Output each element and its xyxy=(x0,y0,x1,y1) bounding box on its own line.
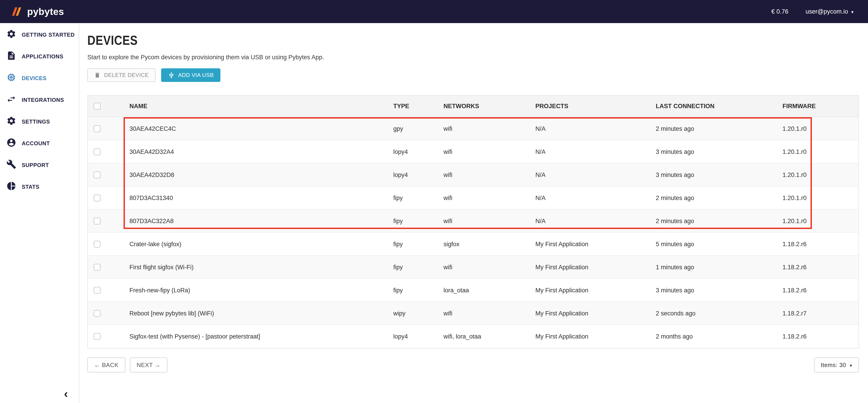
table-row[interactable]: Fresh-new-fipy (LoRa) fipy lora_otaa My … xyxy=(88,279,859,302)
row-checkbox-cell xyxy=(88,149,129,155)
items-per-page-label: Items: 30 xyxy=(821,362,846,369)
table-row[interactable]: 807D3AC31340 fipy wifi N/A 2 minutes ago… xyxy=(88,187,859,210)
collapse-sidebar-button[interactable]: ‹ xyxy=(64,388,68,399)
pybytes-logo[interactable]: pybytes xyxy=(11,6,64,17)
row-checkbox[interactable] xyxy=(94,172,100,178)
device-name: 30AEA42D32A4 xyxy=(129,149,393,155)
device-networks: wifi xyxy=(443,310,535,317)
device-projects: My First Application xyxy=(535,287,656,294)
row-checkbox[interactable] xyxy=(94,310,100,317)
column-header-type: TYPE xyxy=(393,103,443,110)
sidebar-item-applications[interactable]: APPLICATIONS xyxy=(0,46,79,67)
device-last-connection: 2 months ago xyxy=(656,333,782,340)
device-type: fipy xyxy=(393,195,443,202)
sidebar-item-label: GETTING STARTED xyxy=(22,32,75,38)
devices-table: NAME TYPE NETWORKS PROJECTS LAST CONNECT… xyxy=(87,95,859,349)
page-title: DEVICES xyxy=(87,33,137,48)
device-type: fipy xyxy=(393,218,443,224)
pybytes-app: pybytes € 0.76 user@pycom.io ▾ GETTING S… xyxy=(0,0,868,403)
sidebar-item-settings[interactable]: SETTINGS xyxy=(0,111,79,133)
device-name: First flight sigfox (Wi-Fi) xyxy=(129,264,393,271)
device-projects: My First Application xyxy=(535,241,656,248)
device-projects: My First Application xyxy=(535,310,656,317)
device-firmware: 1.18.2.r6 xyxy=(782,333,859,340)
table-row[interactable]: Crater-lake (sigfox) fipy sigfox My Firs… xyxy=(88,233,859,256)
row-checkbox[interactable] xyxy=(94,241,100,248)
wrench-icon xyxy=(6,159,16,171)
device-projects: My First Application xyxy=(535,333,656,340)
layout: GETTING STARTED APPLICATIONS DEVICES INT… xyxy=(0,23,868,403)
sidebar-item-label: SETTINGS xyxy=(22,119,50,125)
device-networks: wifi xyxy=(443,125,535,132)
device-projects: N/A xyxy=(535,125,656,132)
back-button[interactable]: ← BACK xyxy=(87,358,125,373)
device-firmware: 1.18.2.r6 xyxy=(782,241,859,248)
gear-icon xyxy=(6,29,16,41)
pycom-chevrons-icon xyxy=(11,6,23,17)
row-checkbox[interactable] xyxy=(94,149,100,155)
chevron-down-icon: ▾ xyxy=(850,363,852,368)
row-checkbox[interactable] xyxy=(94,287,100,294)
table-row[interactable]: 807D3AC322A8 fipy wifi N/A 2 minutes ago… xyxy=(88,210,859,233)
device-networks: lora_otaa xyxy=(443,287,535,294)
row-checkbox[interactable] xyxy=(94,125,100,132)
pagination: ← BACK NEXT → Items: 30 ▾ xyxy=(87,358,859,373)
device-last-connection: 5 minutes ago xyxy=(656,241,782,248)
add-via-usb-button[interactable]: ADD VIA USB xyxy=(161,68,220,82)
table-row[interactable]: Sigfox-test (with Pysense) - [pastoor pe… xyxy=(88,325,859,348)
select-all-checkbox[interactable] xyxy=(94,103,100,110)
items-per-page-dropdown[interactable]: Items: 30 ▾ xyxy=(814,358,859,373)
row-checkbox-cell xyxy=(88,218,129,224)
device-firmware: 1.18.2.r6 xyxy=(782,264,859,271)
device-type: lopy4 xyxy=(393,149,443,155)
sidebar-item-devices[interactable]: DEVICES xyxy=(0,67,79,89)
sidebar-item-label: STATS xyxy=(22,184,39,190)
usb-icon xyxy=(168,72,175,79)
header-checkbox-cell xyxy=(88,103,129,110)
brand-name: pybytes xyxy=(27,6,64,17)
table-row[interactable]: First flight sigfox (Wi-Fi) fipy wifi My… xyxy=(88,256,859,279)
account-balance: € 0.76 xyxy=(771,8,788,15)
row-checkbox-cell xyxy=(88,241,129,248)
sidebar-item-label: DEVICES xyxy=(22,75,46,82)
device-firmware: 1.18.2.r6 xyxy=(782,287,859,294)
device-name: 807D3AC322A8 xyxy=(129,218,393,224)
row-checkbox-cell xyxy=(88,125,129,132)
next-button[interactable]: NEXT → xyxy=(130,358,167,373)
row-checkbox[interactable] xyxy=(94,218,100,224)
table-row[interactable]: 30AEA42CEC4C gpy wifi N/A 2 minutes ago … xyxy=(88,118,859,141)
table-row[interactable]: 30AEA42D32A4 lopy4 wifi N/A 3 minutes ag… xyxy=(88,141,859,164)
row-checkbox[interactable] xyxy=(94,264,100,271)
table-row[interactable]: Reboot [new pybytes lib] (WiFi) wipy wif… xyxy=(88,302,859,325)
table-header-row: NAME TYPE NETWORKS PROJECTS LAST CONNECT… xyxy=(88,96,859,118)
chevron-down-icon: ▾ xyxy=(851,9,854,14)
device-firmware: 1.18.2.r7 xyxy=(782,310,859,317)
device-name: 807D3AC31340 xyxy=(129,195,393,202)
device-networks: wifi xyxy=(443,172,535,178)
pagination-buttons: ← BACK NEXT → xyxy=(87,358,167,373)
device-name: Sigfox-test (with Pysense) - [pastoor pe… xyxy=(129,333,393,340)
main-content: DEVICES Start to explore the Pycom devic… xyxy=(79,23,868,403)
sidebar-item-getting-started[interactable]: GETTING STARTED xyxy=(0,24,79,46)
sidebar-item-support[interactable]: SUPPORT xyxy=(0,154,79,176)
sidebar-item-label: ACCOUNT xyxy=(22,140,50,147)
sidebar-item-integrations[interactable]: INTEGRATIONS xyxy=(0,89,79,111)
row-checkbox[interactable] xyxy=(94,333,100,340)
row-checkbox-cell xyxy=(88,333,129,340)
row-checkbox-cell xyxy=(88,195,129,202)
sidebar: GETTING STARTED APPLICATIONS DEVICES INT… xyxy=(0,23,79,403)
sidebar-item-stats[interactable]: STATS xyxy=(0,176,79,198)
row-checkbox-cell xyxy=(88,287,129,294)
table-row[interactable]: 30AEA42D32D8 lopy4 wifi N/A 3 minutes ag… xyxy=(88,164,859,187)
device-last-connection: 3 minutes ago xyxy=(656,172,782,178)
person-icon xyxy=(6,137,16,149)
sidebar-item-account[interactable]: ACCOUNT xyxy=(0,133,79,154)
delete-device-button[interactable]: DELETE DEVICE xyxy=(87,68,155,82)
sidebar-item-label: INTEGRATIONS xyxy=(22,97,64,103)
device-firmware: 1.20.1.r0 xyxy=(782,172,859,178)
row-checkbox[interactable] xyxy=(94,195,100,202)
user-email: user@pycom.io xyxy=(806,8,848,15)
device-networks: sigfox xyxy=(443,241,535,248)
user-menu[interactable]: user@pycom.io ▾ xyxy=(806,8,854,15)
gear-icon xyxy=(6,116,16,128)
